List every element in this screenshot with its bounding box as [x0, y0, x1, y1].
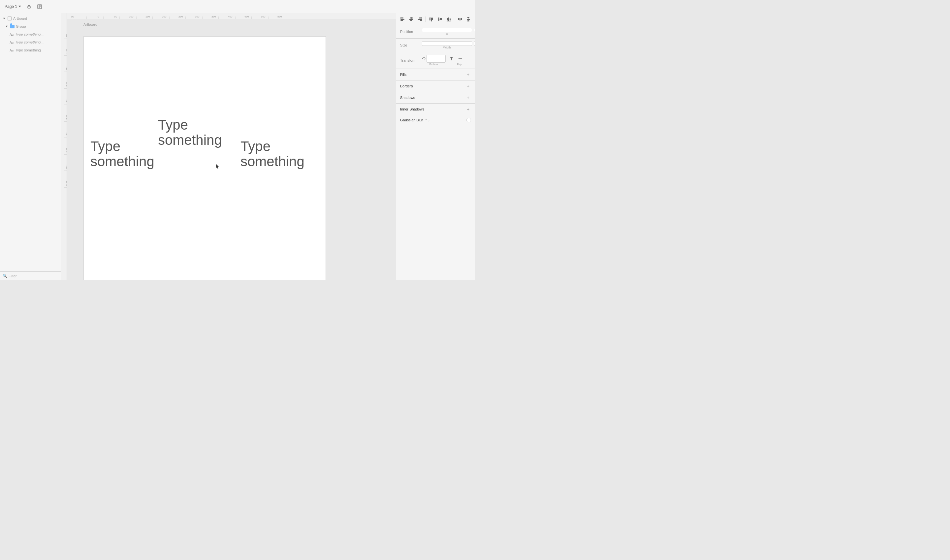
- svg-rect-60: [430, 18, 431, 20]
- svg-rect-62: [432, 18, 433, 20]
- group-layer-name: Group: [16, 25, 58, 28]
- lock-button[interactable]: [25, 2, 34, 11]
- flip-h-button[interactable]: [448, 55, 456, 63]
- svg-rect-61: [431, 18, 432, 22]
- svg-rect-56: [419, 17, 422, 18]
- ruler-top-row: -50 0 50 100 150 200 250: [61, 13, 396, 19]
- canvas-body: 50 100 150 200 250 300 350: [61, 19, 396, 280]
- align-center-h-button[interactable]: [407, 15, 415, 23]
- borders-add-button[interactable]: +: [465, 83, 471, 89]
- svg-text:100: 100: [129, 15, 134, 18]
- svg-text:0: 0: [98, 15, 99, 18]
- svg-rect-58: [420, 20, 422, 21]
- svg-rect-2: [8, 17, 11, 20]
- x-label: X: [422, 32, 472, 35]
- canvas-text-center: Typesomething: [158, 117, 222, 148]
- distribute-v-button[interactable]: [465, 15, 473, 23]
- canvas-text-right: Typesomething: [240, 139, 305, 169]
- position-inputs: X Y: [422, 28, 475, 35]
- canvas-area: -50 0 50 100 150 200 250: [61, 13, 396, 280]
- align-middle-v-button[interactable]: [436, 15, 443, 23]
- artboard-frame[interactable]: Typesomething Typesomething Typesomethin…: [83, 36, 326, 280]
- cursor-indicator: [216, 163, 220, 169]
- width-input[interactable]: [422, 41, 472, 46]
- fills-header: Fills +: [396, 69, 475, 80]
- filter-input[interactable]: [9, 274, 58, 278]
- y-input-pair: Y: [474, 28, 475, 35]
- svg-text:350: 350: [211, 15, 216, 18]
- svg-rect-50: [401, 20, 403, 21]
- height-input[interactable]: [474, 41, 475, 46]
- svg-text:50: 50: [114, 15, 117, 18]
- zoom-button[interactable]: [35, 2, 44, 11]
- svg-rect-57: [418, 19, 422, 20]
- layer-artboard[interactable]: ▼ Artboard: [0, 14, 61, 22]
- lock-icon: [27, 4, 31, 9]
- zoom-icon: [37, 4, 42, 9]
- sidebar-search: 🔍: [0, 271, 61, 280]
- layer-text-2[interactable]: Aa Type something...: [0, 38, 61, 46]
- inner-shadows-header: Inner Shadows +: [396, 103, 475, 115]
- width-input-pair: Width: [422, 41, 472, 49]
- distribute-h-button[interactable]: [456, 15, 463, 23]
- ruler-h-svg: -50 0 50 100 150 200 250: [67, 13, 396, 19]
- rotate-input[interactable]: [426, 55, 446, 63]
- svg-text:300: 300: [195, 15, 200, 18]
- transform-inputs: Rotate Flip: [422, 55, 471, 66]
- layer-text-1[interactable]: Aa Type something...: [0, 30, 61, 38]
- borders-header: Borders +: [396, 80, 475, 92]
- svg-text:500: 500: [261, 15, 266, 18]
- align-left-button[interactable]: [399, 15, 406, 23]
- svg-rect-68: [447, 18, 448, 20]
- borders-title: Borders: [400, 84, 413, 88]
- layer-text-3[interactable]: Aa Type something: [0, 46, 61, 54]
- transform-row: Transform Rotate: [400, 55, 471, 66]
- layer-group[interactable]: ▼ Group: [0, 22, 61, 30]
- artboard-label: Artboard: [83, 22, 97, 26]
- size-label: Size: [400, 43, 420, 47]
- size-row: Size Width Height: [400, 41, 471, 49]
- align-bottom-button[interactable]: [445, 15, 452, 23]
- svg-text:550: 550: [277, 15, 282, 18]
- folder-icon: [10, 24, 14, 29]
- position-label: Position: [400, 30, 420, 34]
- transform-label: Transform: [400, 58, 420, 62]
- inner-shadows-add-button[interactable]: +: [465, 106, 471, 112]
- x-input[interactable]: [422, 28, 472, 32]
- fills-add-button[interactable]: +: [465, 72, 471, 77]
- svg-rect-70: [450, 18, 451, 20]
- svg-marker-82: [422, 58, 423, 59]
- canvas-scroll[interactable]: Artboard Typesomething Typesomething Typ…: [67, 19, 396, 280]
- page-label: Page 1: [5, 4, 17, 9]
- align-tools: [396, 13, 475, 25]
- flip-input-pair: Flip: [448, 55, 471, 66]
- page-selector[interactable]: Page 1: [3, 3, 23, 10]
- artboard-toggle[interactable]: ▼: [3, 17, 6, 20]
- group-toggle[interactable]: ▼: [5, 25, 9, 28]
- y-label: Y: [474, 32, 475, 35]
- svg-text:200: 200: [162, 15, 166, 18]
- ruler-vertical: 50 100 150 200 250 300 350: [61, 19, 67, 280]
- artboard-icon: [7, 16, 12, 21]
- svg-text:250: 250: [179, 15, 183, 18]
- toolbar: Page 1: [0, 0, 475, 13]
- align-top-button[interactable]: [428, 15, 435, 23]
- width-label: Width: [422, 46, 472, 49]
- fills-title: Fills: [400, 72, 407, 77]
- rotate-icon: [422, 57, 426, 61]
- y-input[interactable]: [474, 28, 475, 32]
- position-section: Position X Y: [396, 25, 475, 38]
- gaussian-toggle[interactable]: [467, 118, 471, 122]
- inner-shadows-title: Inner Shadows: [400, 107, 424, 111]
- gaussian-controls: [467, 118, 471, 122]
- height-input-pair: Height: [474, 41, 475, 49]
- gaussian-stepper[interactable]: ⌃⌄: [425, 119, 430, 122]
- divider: [425, 17, 426, 22]
- artboard-layer-name: Artboard: [13, 17, 58, 20]
- flip-v-button[interactable]: [456, 55, 464, 63]
- svg-text:450: 450: [245, 15, 249, 18]
- size-inputs: Width Height: [422, 41, 475, 49]
- align-right-button[interactable]: [416, 15, 424, 23]
- canvas-text-left: Typesomething: [90, 139, 154, 169]
- shadows-add-button[interactable]: +: [465, 95, 471, 101]
